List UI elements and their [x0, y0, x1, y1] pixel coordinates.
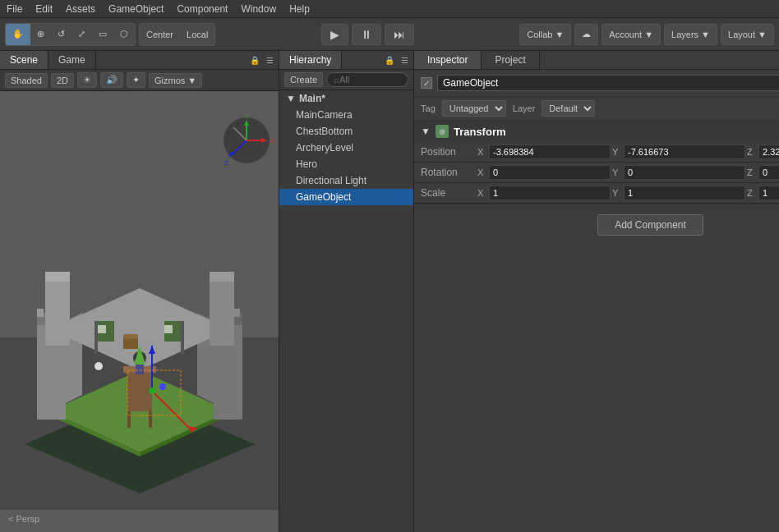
hierarchy-item-archerylevel[interactable]: ArcheryLevel	[279, 140, 413, 156]
account-dropdown[interactable]: Account ▼	[602, 24, 661, 45]
item-label: Main*	[299, 93, 325, 104]
layers-dropdown[interactable]: Layers ▼	[664, 24, 717, 45]
svg-rect-22	[210, 272, 234, 282]
create-button[interactable]: Create	[284, 72, 323, 87]
tab-scene[interactable]: Scene	[0, 51, 48, 69]
position-z-input[interactable]	[758, 144, 779, 159]
hierarchy-item-directionallight[interactable]: Directional Light	[279, 172, 413, 189]
svg-rect-34	[136, 365, 144, 374]
hierarchy-panel: Hierarchy 🔒 ☰ Create ▼ Main* MainCamera …	[279, 51, 414, 532]
svg-rect-37	[123, 334, 138, 339]
svg-point-45	[159, 383, 166, 390]
svg-rect-36	[123, 337, 138, 349]
menu-assets[interactable]: Assets	[59, 2, 102, 16]
hierarchy-search-input[interactable]	[326, 72, 408, 87]
svg-text:Y: Y	[244, 113, 249, 121]
scale-tool[interactable]: ⤢	[71, 24, 92, 45]
menu-help[interactable]: Help	[283, 2, 316, 16]
tag-layer-row: Tag Untagged Layer Default	[414, 97, 779, 121]
inspector-panel: Inspector Project 🔒 ☰ Static ▼ Tag Untag…	[414, 51, 779, 532]
2d-button[interactable]: 2D	[51, 73, 74, 88]
menu-gameobject[interactable]: GameObject	[102, 2, 170, 16]
svg-point-44	[94, 362, 103, 370]
rotation-label: Rotation	[421, 167, 474, 178]
position-label: Position	[421, 146, 474, 158]
scale-z-input[interactable]	[758, 186, 779, 200]
move-tool[interactable]: ⊕	[30, 24, 51, 45]
gizmos-button[interactable]: Gizmos ▼	[149, 73, 202, 88]
position-x-input[interactable]	[489, 144, 611, 159]
transform-header[interactable]: ▼ ⊕ Transform ⧉ ⚙	[414, 121, 779, 142]
local-button[interactable]: Local	[180, 24, 214, 45]
position-y-label: Y	[612, 147, 622, 157]
svg-rect-21	[210, 280, 234, 346]
scale-x-input[interactable]	[489, 186, 611, 200]
rotation-x-input[interactable]	[489, 165, 611, 180]
svg-rect-32	[149, 411, 152, 428]
center-button[interactable]: Center	[140, 24, 180, 45]
svg-text:Z: Z	[224, 159, 228, 167]
menu-component[interactable]: Component	[170, 2, 234, 16]
svg-text:X: X	[270, 137, 275, 144]
scale-y-input[interactable]	[624, 186, 745, 200]
layout-dropdown[interactable]: Layout ▼	[721, 24, 774, 45]
pause-button[interactable]: ⏸	[352, 24, 381, 45]
tag-label: Tag	[421, 103, 436, 113]
step-button[interactable]: ⏭	[385, 24, 414, 45]
toolbar: ✋ ⊕ ↺ ⤢ ▭ ⬡ Center Local ▶ ⏸ ⏭ Collab ▼ …	[0, 18, 779, 51]
hierarchy-tab-icons: 🔒 ☰	[380, 51, 413, 69]
play-button[interactable]: ▶	[321, 24, 348, 45]
menu-edit[interactable]: Edit	[29, 2, 59, 16]
hierarchy-item-main[interactable]: ▼ Main*	[279, 90, 413, 107]
tag-dropdown[interactable]: Untagged	[442, 100, 506, 117]
menu-window[interactable]: Window	[234, 2, 283, 16]
scene-panel: Scene Game 🔒 ☰ Shaded 2D ☀ 🔊 ✦ Gizmos ▼	[0, 51, 279, 532]
tab-hierarchy[interactable]: Hierarchy	[279, 51, 342, 69]
tab-project[interactable]: Project	[482, 51, 539, 69]
item-label: GameObject	[296, 191, 351, 203]
transform-expand-icon: ▼	[421, 126, 431, 137]
svg-rect-31	[127, 411, 131, 428]
gameobject-name-input[interactable]	[437, 75, 779, 91]
lighting-button[interactable]: ☀	[77, 72, 97, 88]
rect-tool[interactable]: ▭	[92, 24, 113, 45]
scene-view[interactable]: Y X Z < Persp	[0, 91, 279, 532]
svg-point-42	[149, 388, 155, 394]
scene-lock-icon[interactable]: 🔒	[248, 54, 261, 66]
audio-button[interactable]: 🔊	[100, 72, 123, 88]
rotate-tool[interactable]: ↺	[51, 24, 71, 45]
scene-menu-icon[interactable]: ☰	[265, 54, 275, 66]
hierarchy-item-hero[interactable]: Hero	[279, 156, 413, 172]
rotation-y-input[interactable]	[624, 165, 745, 180]
tab-inspector[interactable]: Inspector	[414, 51, 482, 69]
shaded-button[interactable]: Shaded	[5, 73, 48, 88]
hierarchy-item-chestbottom[interactable]: ChestBottom	[279, 123, 413, 140]
add-component-button[interactable]: Add Component	[597, 214, 703, 236]
svg-rect-28	[164, 325, 173, 333]
tab-game[interactable]: Game	[48, 51, 96, 69]
rotation-z-input[interactable]	[758, 165, 779, 180]
scale-label: Scale	[421, 187, 474, 199]
transform-title: Transform	[454, 126, 779, 138]
hierarchy-lock-icon[interactable]: 🔒	[383, 54, 396, 66]
rotation-xyz: X Y Z	[477, 165, 779, 180]
hierarchy-item-maincamera[interactable]: MainCamera	[279, 107, 413, 123]
svg-rect-11	[37, 309, 44, 317]
gameobject-enabled-checkbox[interactable]	[421, 77, 432, 89]
fx-button[interactable]: ✦	[127, 72, 145, 88]
hierarchy-item-gameobject[interactable]: GameObject	[279, 189, 413, 205]
svg-rect-23	[94, 321, 98, 354]
menu-file[interactable]: File	[0, 2, 29, 16]
pivot-group: Center Local	[139, 23, 215, 46]
transform-tool[interactable]: ⬡	[113, 24, 135, 45]
item-label: Directional Light	[296, 175, 366, 186]
hierarchy-menu-icon[interactable]: ☰	[399, 54, 410, 66]
hand-tool[interactable]: ✋	[6, 24, 30, 45]
svg-rect-19	[45, 280, 70, 346]
cloud-button[interactable]: ☁	[574, 24, 598, 45]
gameobject-header: Static ▼	[414, 70, 779, 97]
layer-dropdown[interactable]: Default	[542, 100, 595, 117]
item-label: ChestBottom	[296, 126, 353, 137]
position-y-input[interactable]	[624, 144, 745, 159]
collab-button[interactable]: Collab ▼	[519, 24, 571, 45]
